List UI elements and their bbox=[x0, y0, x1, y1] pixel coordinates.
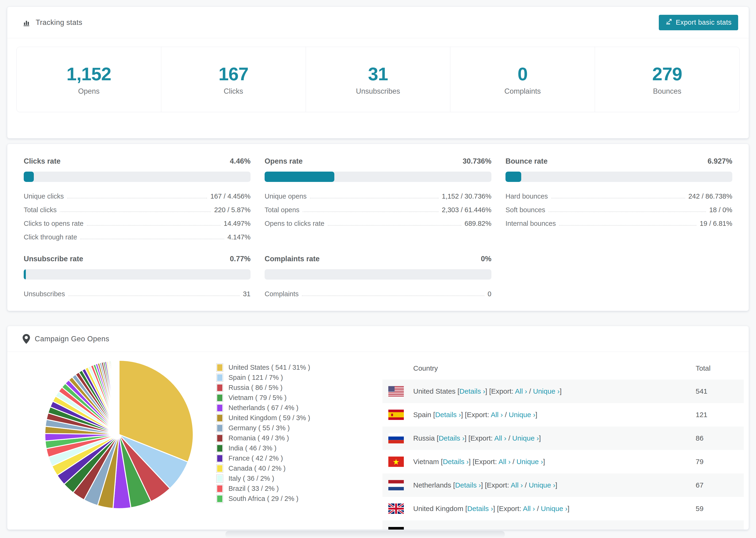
legend-item-netherlands: Netherlands ( 67 / 4% ) bbox=[216, 403, 310, 413]
legend-item-italy: Italy ( 36 / 2% ) bbox=[216, 473, 310, 484]
table-row-united-states: United States [Details ›] [Export: All ›… bbox=[382, 380, 744, 403]
export-all-link[interactable]: All › bbox=[523, 505, 535, 512]
stat-value: 0 bbox=[518, 63, 527, 85]
geo-title: Campaign Geo Opens bbox=[23, 334, 109, 344]
legend-item-united-states: United States ( 541 / 31% ) bbox=[216, 362, 310, 372]
export-unique-link[interactable]: Unique › bbox=[529, 481, 555, 489]
stat-value: 31 bbox=[368, 63, 388, 85]
legend-item-united-kingdom: United Kingdom ( 59 / 3% ) bbox=[216, 413, 310, 423]
rate-title: Opens rate bbox=[265, 157, 303, 166]
map-pin-icon bbox=[23, 334, 30, 344]
progress-bar bbox=[506, 172, 732, 182]
table-body: United States [Details ›] [Export: All ›… bbox=[382, 380, 744, 530]
legend-swatch bbox=[216, 363, 223, 372]
rate-value: 6.927% bbox=[708, 157, 732, 166]
dotted-leader bbox=[328, 225, 461, 226]
legend-item-france: France ( 42 / 2% ) bbox=[216, 453, 310, 463]
export-button-label: Export basic stats bbox=[676, 19, 731, 26]
details-link[interactable]: Details › bbox=[443, 458, 469, 465]
dotted-leader bbox=[67, 198, 207, 198]
export-all-link[interactable]: All › bbox=[499, 458, 511, 465]
table-row-partial bbox=[382, 520, 744, 530]
rate-value: 30.736% bbox=[463, 157, 491, 166]
stat-label: Complaints bbox=[504, 87, 541, 95]
stat-value: 167 bbox=[219, 63, 248, 85]
stat-clicks: 167Clicks bbox=[161, 47, 306, 112]
table-header-row: Country Total bbox=[382, 357, 744, 380]
total-cell: 67 bbox=[696, 481, 738, 489]
rate-row: Hard bounces242 / 86.738% bbox=[506, 187, 732, 200]
rates-card: Clicks rate4.46%Unique clicks167 / 4.456… bbox=[7, 144, 749, 311]
dotted-leader bbox=[80, 239, 224, 239]
export-all-link[interactable]: All › bbox=[494, 434, 507, 442]
legend-swatch bbox=[216, 424, 223, 432]
export-all-link[interactable]: All › bbox=[511, 481, 523, 489]
export-unique-link[interactable]: Unique › bbox=[541, 505, 567, 512]
rate-value: 0% bbox=[481, 255, 491, 263]
rate-row: Opens to clicks rate689.82% bbox=[265, 214, 491, 228]
export-all-link[interactable]: All › bbox=[515, 387, 527, 395]
rate-row: Total clicks220 / 5.87% bbox=[24, 200, 250, 214]
flag-icon-gb bbox=[388, 504, 404, 514]
bar-chart-icon bbox=[23, 18, 31, 27]
dotted-leader bbox=[559, 225, 696, 226]
legend-swatch bbox=[216, 404, 223, 412]
export-unique-link[interactable]: Unique › bbox=[533, 387, 560, 395]
tracking-stats-card: Tracking stats Export basic stats 1,152O… bbox=[7, 7, 749, 138]
rate-value: 4.46% bbox=[230, 157, 250, 166]
details-link[interactable]: Details › bbox=[439, 434, 464, 442]
rate-row: Complaints0 bbox=[265, 284, 491, 298]
legend-item-germany: Germany ( 55 / 3% ) bbox=[216, 423, 310, 433]
total-cell: 59 bbox=[696, 505, 738, 512]
progress-bar bbox=[24, 269, 250, 280]
table-row-vietnam: Vietnam [Details ›] [Export: All › / Uni… bbox=[382, 450, 744, 473]
progress-bar bbox=[24, 172, 250, 182]
campaign-geo-opens-card: Campaign Geo Opens United States ( 541 /… bbox=[7, 326, 749, 530]
export-all-link[interactable]: All › bbox=[491, 411, 503, 418]
rate-row: Unsubscribes31 bbox=[24, 284, 250, 298]
rate-block-complaints-rate: Complaints rate0%Complaints0 bbox=[265, 255, 491, 298]
legend-item-spain: Spain ( 121 / 7% ) bbox=[216, 372, 310, 383]
legend-swatch bbox=[216, 444, 223, 453]
country-cell: Russia [Details ›] [Export: All › / Uniq… bbox=[413, 434, 696, 442]
legend-item-russia: Russia ( 86 / 5% ) bbox=[216, 383, 310, 393]
stat-value: 279 bbox=[652, 63, 682, 85]
flag-icon-nl bbox=[388, 480, 404, 490]
rate-title: Clicks rate bbox=[24, 157, 61, 166]
details-link[interactable]: Details › bbox=[435, 411, 461, 418]
legend-swatch bbox=[216, 394, 223, 402]
rate-title: Complaints rate bbox=[265, 255, 320, 263]
rate-value: 0.77% bbox=[230, 255, 250, 263]
details-link[interactable]: Details › bbox=[467, 505, 493, 512]
export-basic-stats-button[interactable]: Export basic stats bbox=[659, 15, 738, 30]
dotted-leader bbox=[303, 211, 438, 212]
stat-label: Clicks bbox=[224, 87, 243, 95]
dotted-leader bbox=[551, 198, 685, 198]
table-row-netherlands: Netherlands [Details ›] [Export: All › /… bbox=[382, 473, 744, 497]
export-icon bbox=[665, 18, 673, 27]
rate-block-unsubscribe-rate: Unsubscribe rate0.77%Unsubscribes31 bbox=[24, 255, 250, 298]
stat-bounces: 279Bounces bbox=[595, 47, 739, 112]
stat-label: Opens bbox=[78, 87, 99, 95]
export-unique-link[interactable]: Unique › bbox=[516, 458, 543, 465]
geo-header: Campaign Geo Opens bbox=[7, 326, 749, 352]
bottom-scroll-shade bbox=[225, 531, 505, 538]
export-unique-link[interactable]: Unique › bbox=[509, 411, 535, 418]
flag-icon-vn bbox=[388, 457, 404, 467]
rate-row: Unique clicks167 / 4.456% bbox=[24, 187, 250, 200]
export-unique-link[interactable]: Unique › bbox=[512, 434, 539, 442]
dotted-leader bbox=[60, 211, 211, 212]
rate-block-clicks-rate: Clicks rate4.46%Unique clicks167 / 4.456… bbox=[24, 157, 250, 241]
rate-block-bounce-rate: Bounce rate6.927%Hard bounces242 / 86.73… bbox=[506, 157, 732, 241]
stat-unsubscribes: 31Unsubscribes bbox=[306, 47, 450, 112]
details-link[interactable]: Details › bbox=[459, 387, 485, 395]
table-row-russia: Russia [Details ›] [Export: All › / Uniq… bbox=[382, 426, 744, 450]
details-link[interactable]: Details › bbox=[455, 481, 481, 489]
geo-opens-pie-chart bbox=[39, 355, 199, 514]
legend-item-south-africa: South Africa ( 29 / 2% ) bbox=[216, 494, 310, 504]
legend-swatch bbox=[216, 454, 223, 463]
tracking-stats-header: Tracking stats Export basic stats bbox=[7, 7, 749, 38]
rate-title: Unsubscribe rate bbox=[24, 255, 83, 263]
total-cell: 79 bbox=[696, 458, 738, 466]
legend-item-brazil: Brazil ( 33 / 2% ) bbox=[216, 484, 310, 494]
